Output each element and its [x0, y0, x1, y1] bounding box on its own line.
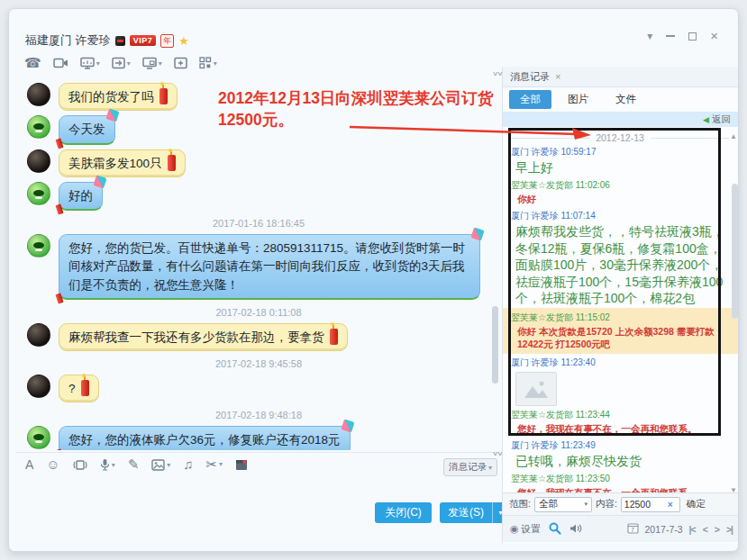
panel-collapse-handle-icon[interactable]: ∨∨: [492, 450, 502, 457]
nav-next-button[interactable]: >: [715, 524, 719, 535]
message-records-panel: 消息记录 × 全部 图片 文件 ◀ 返回 2012-12-13厦门 许爱珍 10…: [502, 67, 739, 544]
record-sender-time: 厦门 许爱珍 11:23:40: [511, 357, 729, 369]
file-transfer-icon[interactable]: ▾: [112, 57, 131, 69]
nav-first-button[interactable]: |<: [689, 524, 696, 535]
record-message-text: 麻烦帮我发些货，，特号祛斑液3瓶，冬保12瓶，夏保6瓶，修复霜100盒，面贴膜1…: [511, 222, 729, 307]
filter-tab-files[interactable]: 文件: [605, 90, 647, 109]
chat-message-row: 您好，您的货已发。百世快递单号：280591311715。请您收到货时第一时间核…: [27, 234, 490, 300]
window-title: 福建厦门 许爱珍: [25, 32, 111, 49]
window-menu-caret-icon[interactable]: ▾: [647, 31, 652, 41]
search-content-input[interactable]: [624, 499, 668, 510]
filter-tab-images[interactable]: 图片: [557, 90, 599, 109]
message-text: 麻烦帮我查一下我还有多少货款在那边，要拿货: [68, 330, 324, 344]
send-button[interactable]: 发送(S): [440, 502, 492, 523]
calendar-date[interactable]: 2017-7-3: [645, 524, 683, 535]
search-input-wrap: ×: [621, 497, 680, 512]
records-entry: 厦门 许爱珍 10:59:17早上好: [511, 146, 729, 176]
voice-call-icon[interactable]: ☎: [24, 56, 41, 70]
handwriting-icon[interactable]: ✎: [128, 457, 140, 472]
caret-icon[interactable]: ▾: [112, 461, 115, 469]
gear-icon: ◉: [510, 523, 519, 535]
vip-level-badge: VIP7: [130, 35, 157, 46]
window-shake-icon[interactable]: [73, 459, 87, 471]
composer-divider: [16, 452, 499, 453]
settings-button[interactable]: ◉ 设置: [510, 523, 541, 536]
records-list: 2012-12-13厦门 许爱珍 10:59:17早上好翌芙莱☆发货部 11:0…: [503, 127, 739, 492]
record-message-text: 你好: [511, 192, 729, 207]
message-bubble: 我们的货发了吗: [59, 83, 178, 111]
back-arrow-icon[interactable]: ◀: [703, 115, 709, 124]
create-group-icon[interactable]: [174, 57, 187, 69]
search-records-icon[interactable]: [549, 522, 561, 537]
seller-avatar[interactable]: [27, 426, 50, 449]
calendar-icon[interactable]: 7: [627, 522, 639, 536]
clear-search-icon[interactable]: ×: [668, 500, 673, 510]
firecracker-icon: [330, 329, 338, 345]
records-tab-close-icon[interactable]: ×: [555, 71, 560, 82]
firecracker-icon: [55, 448, 63, 450]
pinwheel-decoration-icon: [105, 109, 119, 122]
records-scroll-down-icon[interactable]: ▼: [730, 486, 737, 494]
caret-icon[interactable]: ▾: [167, 461, 170, 469]
chat-message-row: 美肤霜多发100只: [27, 149, 490, 177]
emoji-icon[interactable]: ☺: [46, 457, 59, 472]
record-sender-time: 厦门 许爱珍 10:59:17: [511, 146, 729, 158]
music-icon[interactable]: ♫: [183, 457, 193, 472]
panel-collapse-handle-icon[interactable]: ∨∨: [492, 70, 502, 77]
caret-icon: ▾: [584, 501, 588, 508]
chat-timestamp: 2017-02-18 9:45:58: [27, 356, 490, 370]
close-window-button[interactable]: ×: [710, 31, 718, 41]
close-chat-button[interactable]: 关闭(C): [375, 502, 432, 523]
message-text: 好的: [68, 189, 93, 203]
record-image-thumbnail[interactable]: [515, 372, 557, 406]
minimize-button[interactable]: [666, 35, 675, 37]
svg-text:7: 7: [631, 527, 634, 533]
chat-message-row: ?: [27, 375, 490, 402]
contact-avatar[interactable]: [27, 149, 50, 173]
back-link[interactable]: 返回: [712, 113, 731, 126]
scope-select[interactable]: 全部 ▾: [534, 497, 592, 512]
firecracker-icon: [55, 203, 63, 214]
remote-desktop-icon[interactable]: ▾: [142, 57, 162, 69]
records-scrollbar-thumb[interactable]: [732, 184, 738, 319]
content-label: 内容:: [596, 498, 617, 510]
contact-avatar[interactable]: [27, 83, 50, 106]
seller-avatar[interactable]: [27, 234, 50, 257]
records-filter-tabs: 全部 图片 文件: [503, 87, 739, 112]
apps-grid-icon[interactable]: ▾: [199, 57, 217, 69]
caret-icon[interactable]: ▾: [214, 59, 217, 68]
microphone-icon[interactable]: ▾: [100, 458, 115, 471]
speaker-icon[interactable]: [569, 523, 582, 536]
maximize-button[interactable]: [688, 32, 697, 41]
screen-demo-icon[interactable]: ▾: [80, 57, 100, 69]
records-scroll-up-icon[interactable]: ▲: [730, 132, 737, 140]
contact-avatar[interactable]: [27, 323, 50, 347]
contact-avatar[interactable]: [27, 375, 50, 398]
chat-message-row: 好的: [27, 182, 490, 211]
records-search-row: 范围: 全部 ▾ 内容: × 确定: [503, 492, 739, 515]
caret-icon[interactable]: ▾: [127, 59, 131, 68]
confirm-search-button[interactable]: 确定: [687, 498, 706, 510]
firecracker-icon: [55, 293, 63, 303]
records-tab[interactable]: 消息记录 ×: [510, 70, 560, 84]
video-call-icon[interactable]: [53, 57, 68, 69]
message-bubble: 美肤霜多发100只: [59, 149, 186, 177]
message-records-toggle-button[interactable]: 消息记录▾: [443, 458, 497, 476]
caret-icon[interactable]: ▾: [96, 59, 100, 68]
font-style-icon[interactable]: A: [25, 457, 33, 472]
seller-avatar[interactable]: [27, 182, 50, 205]
message-text: 您好，您的货已发。百世快递单号：280591311715。请您收到货时第一时间核…: [68, 241, 465, 292]
firecracker-icon: [168, 155, 176, 171]
message-bubble: 您好，您的货已发。百世快递单号：280591311715。请您收到货时第一时间核…: [59, 234, 480, 300]
titlebar: 福建厦门 许爱珍 VIP7 年 ★ ▾ ×: [9, 9, 738, 50]
caret-icon[interactable]: ▾: [219, 457, 223, 472]
records-entry: 翌芙莱☆发货部 11:23:50您好，我现在有事不在，一会再和您联系。: [511, 473, 729, 492]
seller-avatar[interactable]: [27, 115, 50, 139]
nav-last-button[interactable]: >|: [726, 524, 733, 535]
caret-icon[interactable]: ▾: [159, 59, 162, 68]
chat-scrollbar-thumb[interactable]: [492, 306, 498, 384]
message-box-icon[interactable]: [235, 458, 248, 471]
screenshot-scissors-icon[interactable]: ✂ ▾: [206, 457, 223, 472]
nav-prev-button[interactable]: <: [703, 524, 707, 535]
send-image-icon[interactable]: ▾: [151, 459, 170, 471]
